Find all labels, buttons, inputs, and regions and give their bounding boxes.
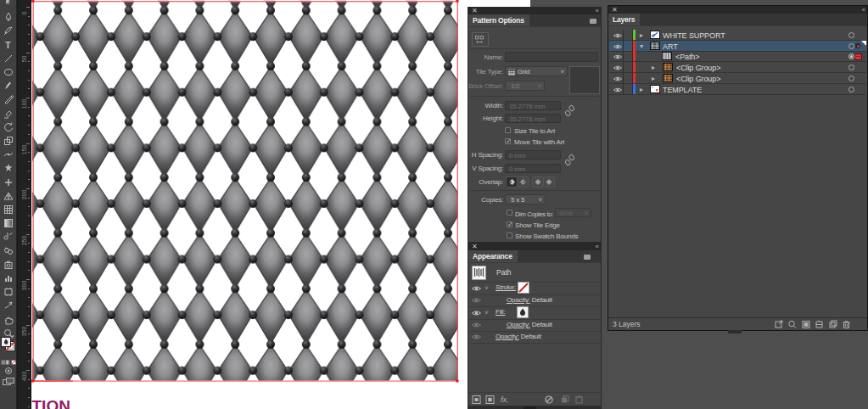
svg-text:fx.: fx.: [501, 395, 509, 404]
svg-text:T: T: [5, 40, 11, 50]
